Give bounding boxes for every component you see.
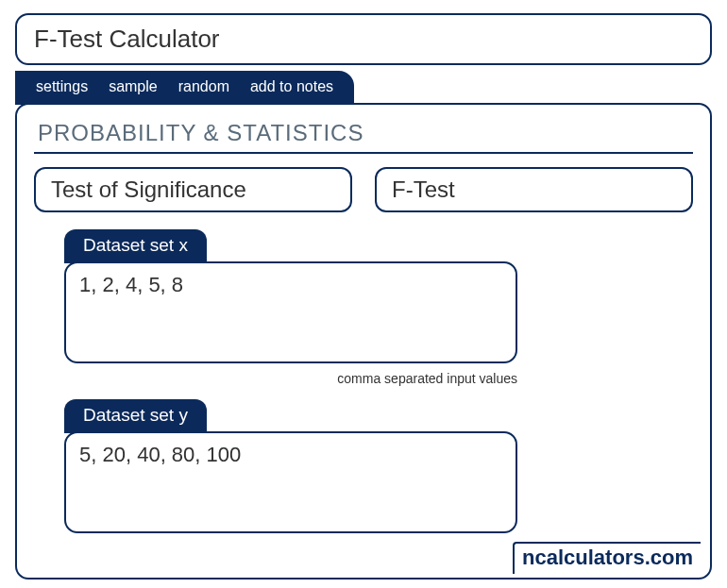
section-heading: PROBABILITY & STATISTICS [34, 118, 693, 154]
main-panel: PROBABILITY & STATISTICS Test of Signifi… [15, 103, 712, 580]
tab-sample[interactable]: sample [109, 78, 158, 95]
dataset-x-label: Dataset set x [64, 229, 207, 263]
dataset-y-input[interactable] [64, 431, 517, 533]
test-select[interactable]: F-Test [375, 167, 693, 212]
tab-add-to-notes[interactable]: add to notes [250, 78, 333, 95]
tabs-bar: settings sample random add to notes [15, 71, 354, 105]
dataset-x-hint: comma separated input values [64, 371, 517, 386]
dataset-y-block: Dataset set y [64, 399, 517, 537]
dataset-y-label: Dataset set y [64, 399, 207, 433]
dataset-x-block: Dataset set x comma separated input valu… [64, 229, 517, 386]
tab-settings[interactable]: settings [36, 78, 88, 95]
watermark: ncalculators.com [513, 542, 701, 574]
tab-random[interactable]: random [178, 78, 229, 95]
selects-row: Test of Significance F-Test [34, 167, 693, 212]
page-title: F-Test Calculator [15, 13, 712, 65]
dataset-x-input[interactable] [64, 261, 517, 363]
category-select[interactable]: Test of Significance [34, 167, 352, 212]
